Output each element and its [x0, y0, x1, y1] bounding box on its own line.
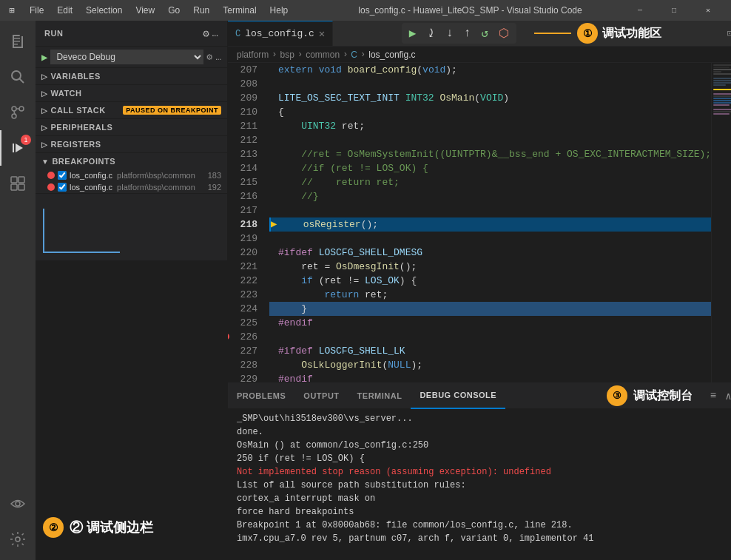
tab-debug-console[interactable]: DEBUG CONSOLE — [411, 383, 505, 409]
breadcrumb-lang[interactable]: C — [351, 50, 357, 60]
menu-run[interactable]: Run — [187, 4, 215, 17]
code-line-208 — [269, 77, 711, 91]
mm-line-9 — [713, 82, 731, 84]
start-debug-button[interactable]: ▶ — [41, 51, 47, 64]
breadcrumb-sep-2: › — [297, 50, 303, 60]
maximize-button[interactable]: □ — [657, 0, 691, 21]
debug-config-select[interactable]: Deveco Debug — [50, 50, 203, 64]
bp-file-2: los_config.c — [70, 183, 112, 192]
watch-label: WATCH — [51, 89, 82, 98]
editor-panel-container: 207 208 209 210 211 212 213 214 215 216 … — [228, 63, 731, 560]
code-line-222: if (ret != LOS_OK) { — [269, 274, 711, 288]
breakpoint-checkbox-1[interactable] — [58, 171, 67, 180]
menu-terminal[interactable]: Terminal — [217, 4, 262, 17]
code-line-224: } — [269, 302, 711, 316]
console-line-11 — [237, 545, 731, 559]
code-line-216: //} — [269, 189, 711, 203]
main-container: 1 RUN ⚙ … ▶ — [0, 21, 731, 560]
code-line-227: #ifdef LOSCFG_SHELL_LK — [269, 344, 711, 358]
editor-layout-button[interactable]: ⊡ — [727, 28, 731, 39]
activity-remote[interactable] — [0, 486, 36, 522]
watch-header[interactable]: ▷ WATCH — [36, 85, 227, 101]
tab-close-button[interactable]: ✕ — [319, 27, 325, 40]
menu-file[interactable]: File — [24, 4, 50, 17]
console-line-6: List of all source path substitution rul… — [237, 479, 731, 492]
close-button[interactable]: ✕ — [691, 0, 725, 21]
callstack-header[interactable]: ▷ CALL STACK PAUSED ON BREAKPOINT — [36, 102, 227, 118]
menu-go[interactable]: Go — [162, 4, 186, 17]
breadcrumb-platform[interactable]: platform — [237, 50, 269, 60]
mm-line-11 — [713, 87, 721, 88]
code-line-210: { — [269, 105, 711, 119]
tab-output[interactable]: OUTPUT — [294, 383, 348, 409]
svg-point-19 — [16, 537, 20, 542]
breadcrumb-common[interactable]: common — [306, 50, 340, 60]
mm-line-1 — [713, 64, 731, 66]
svg-rect-1 — [13, 35, 14, 48]
ln-210: 210 — [228, 105, 257, 119]
panel-content[interactable]: _SMP\out\hi3518ev300\vs_server... done. … — [228, 409, 731, 560]
menu-view[interactable]: View — [129, 4, 161, 17]
ln-214: 214 — [228, 161, 257, 175]
tab-terminal[interactable]: TERMINAL — [348, 383, 411, 409]
more-options-icon[interactable]: … — [212, 27, 218, 39]
mm-line-14 — [713, 93, 731, 95]
minimize-button[interactable]: ─ — [623, 0, 657, 21]
code-line-229: #endif — [269, 372, 711, 382]
ln-207: 207 — [228, 63, 257, 77]
tab-file-icon: C — [235, 29, 240, 39]
debug-more-icon[interactable]: … — [215, 52, 221, 63]
mm-line-15 — [713, 95, 731, 97]
tab-los-config[interactable]: C los_config.c ✕ — [228, 21, 333, 46]
debug-step-out-button[interactable]: ↑ — [461, 25, 474, 41]
breakpoint-checkbox-2[interactable] — [58, 183, 67, 192]
menu-help[interactable]: Help — [264, 4, 294, 17]
activity-settings[interactable] — [0, 522, 36, 557]
svg-rect-6 — [14, 44, 18, 45]
panel-filter-button[interactable]: ≡ — [707, 388, 719, 403]
svg-rect-14 — [11, 177, 17, 183]
sidebar-annotation-label: ② 调试侧边栏 — [70, 519, 153, 536]
debug-step-into-button[interactable]: ↓ — [443, 25, 457, 41]
ln-213: 213 — [228, 147, 257, 161]
tab-label: los_config.c — [245, 28, 314, 39]
menu-edit[interactable]: Edit — [51, 4, 78, 17]
breakpoints-header[interactable]: ▼ BREAKPOINTS — [36, 153, 227, 169]
menu-selection[interactable]: Selection — [80, 4, 128, 17]
ln-208: 208 — [228, 77, 257, 91]
peripherals-header[interactable]: ▷ PERIPHERALS — [36, 119, 227, 135]
svg-marker-12 — [16, 144, 23, 152]
registers-header[interactable]: ▷ REGISTERS — [36, 136, 227, 152]
activity-extensions[interactable] — [0, 166, 36, 201]
breadcrumb-bsp[interactable]: bsp — [280, 50, 294, 60]
ln-226: 226 — [228, 330, 257, 344]
breakpoints-chevron: ▼ — [41, 158, 49, 166]
breadcrumb-file[interactable]: los_config.c — [368, 50, 415, 60]
breakpoints-section: ▼ BREAKPOINTS los_config.c platform\bsp\… — [36, 153, 227, 194]
variables-header[interactable]: ▷ VARIABLES — [36, 68, 227, 84]
console-line-3: OsMain () at common/los_config.c:250 — [237, 439, 731, 452]
code-content[interactable]: extern void board_config(void); LITE_OS_… — [263, 63, 711, 382]
settings-icon[interactable]: ⚙ — [203, 27, 209, 40]
watch-section: ▷ WATCH — [36, 85, 227, 102]
debug-step-over-button[interactable]: ⤸ — [423, 24, 439, 42]
activity-debug[interactable]: 1 — [0, 130, 36, 166]
activity-search[interactable] — [0, 59, 36, 95]
mm-line-12 — [713, 89, 731, 90]
mm-line-2 — [713, 67, 730, 68]
registers-section: ▷ REGISTERS — [36, 136, 227, 153]
code-line-218: ▶ osRegister(); — [269, 217, 711, 232]
bp-file-1: los_config.c — [70, 171, 112, 180]
registers-chevron: ▷ — [41, 141, 48, 149]
activity-explorer[interactable] — [0, 24, 36, 59]
debug-continue-button[interactable]: ▶ — [406, 24, 420, 42]
activity-source-control[interactable] — [0, 95, 36, 130]
peripherals-section: ▷ PERIPHERALS — [36, 119, 227, 136]
debug-gear-icon[interactable]: ⚙ — [206, 51, 212, 63]
activity-bar: 1 — [0, 21, 36, 560]
debug-stop-button[interactable]: ⬡ — [496, 24, 512, 42]
panel-collapse-button[interactable]: ∧ — [722, 388, 731, 404]
tab-problems[interactable]: PROBLEMS — [228, 383, 294, 409]
code-editor[interactable]: 207 208 209 210 211 212 213 214 215 216 … — [228, 63, 711, 382]
debug-restart-button[interactable]: ↺ — [479, 24, 492, 42]
